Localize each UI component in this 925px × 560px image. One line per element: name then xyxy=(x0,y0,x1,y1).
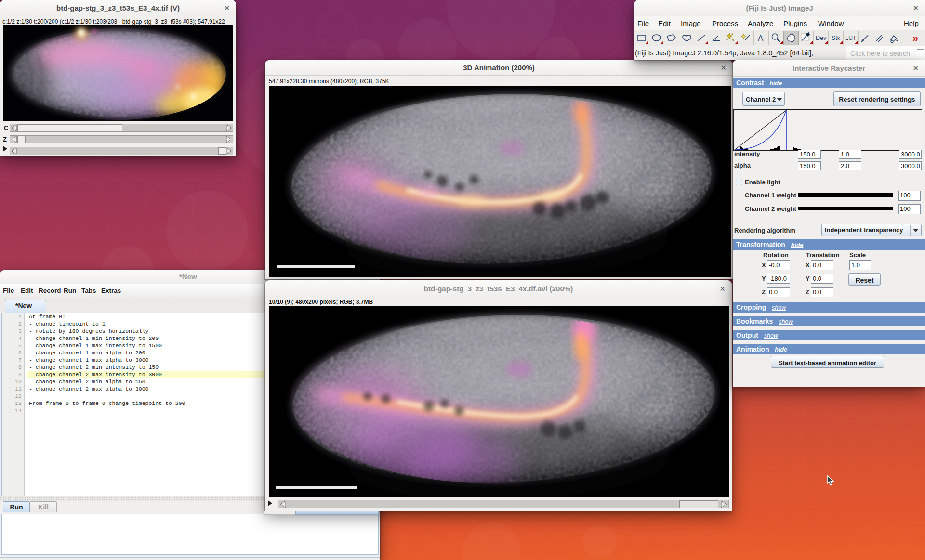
svg-text:Dev: Dev xyxy=(816,35,827,41)
svg-text:A: A xyxy=(758,34,764,43)
svg-text:Stk: Stk xyxy=(832,35,841,41)
svg-text:»: » xyxy=(912,32,918,44)
svg-text:LUT: LUT xyxy=(845,35,857,41)
